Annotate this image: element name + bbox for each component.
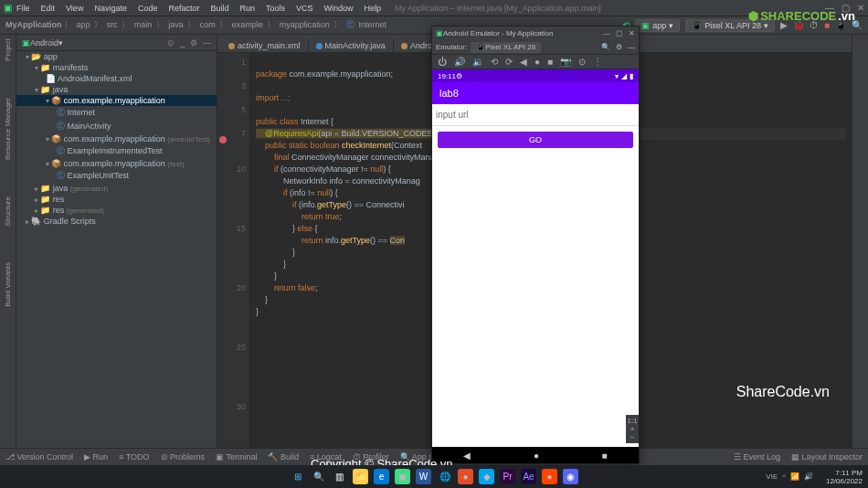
tree-gradle[interactable]: 🐘 Gradle Scripts (16, 216, 217, 227)
tree-settings-icon[interactable]: ⊙ (167, 38, 175, 48)
tray-volume-icon[interactable]: 🔊 (804, 472, 813, 481)
tool-run[interactable]: ▶ Run (84, 452, 108, 461)
menu-help[interactable]: Help (360, 3, 386, 14)
emu-device-selector[interactable]: 📱 Pixel XL API 28 (471, 42, 541, 53)
tree-file-eit[interactable]: ⓒ ExampleInstrumentedTest (16, 144, 217, 158)
tree-pkg-test[interactable]: 📦 com.example.myapplication (test) (16, 158, 217, 169)
tool-project[interactable]: Project (4, 38, 12, 61)
zoom-control[interactable]: 1:1+− (626, 415, 639, 443)
tab-activity-main[interactable]: activity_main.xml (221, 39, 309, 52)
tree-manifests[interactable]: 📁 manifests (16, 62, 217, 73)
search-taskbar-icon[interactable]: 🔍 (311, 469, 326, 484)
breakpoint-gutter[interactable] (217, 53, 228, 448)
tree-collapse-icon[interactable]: ⎯ (180, 38, 185, 48)
menu-view[interactable]: View (61, 3, 88, 14)
tool-structure[interactable]: Structure (4, 196, 12, 226)
emu-home-icon[interactable]: ● (535, 57, 540, 67)
tool-eventlog[interactable]: ☰ Event Log (734, 452, 780, 461)
emulator-window[interactable]: ▣ Android Emulator - My Application —▢✕ … (431, 26, 640, 464)
tree-java-gen[interactable]: 📁 java (generated) (16, 183, 217, 194)
menu-window[interactable]: Window (320, 3, 358, 14)
menu-file[interactable]: File (12, 3, 35, 14)
app-icon-1[interactable]: ● (458, 469, 473, 484)
breakpoint-icon[interactable] (219, 136, 227, 143)
taskview-icon[interactable]: ▥ (332, 469, 347, 484)
emu-screenshot-icon[interactable]: 📷 (560, 57, 571, 67)
menu-navigate[interactable]: Navigate (90, 3, 132, 14)
tool-build[interactable]: 🔨 Build (268, 452, 299, 461)
emu-rotright-icon[interactable]: ⟳ (505, 57, 513, 67)
tree-res[interactable]: 📁 res (16, 194, 217, 205)
url-input[interactable] (436, 110, 635, 120)
nav-back-icon[interactable]: ◀ (463, 451, 471, 461)
tool-problems[interactable]: ⊘ Problems (161, 452, 206, 461)
tray-chevron-icon[interactable]: ^ (782, 472, 786, 481)
tab-mainactivity[interactable]: MainActivity.java (309, 39, 394, 52)
tree-pkg-androidtest[interactable]: 📦 com.example.myapplication (androidTest… (16, 133, 217, 144)
tool-layout-inspector[interactable]: ▦ Layout Inspector (791, 452, 863, 461)
emu-voldown-icon[interactable]: 🔉 (472, 57, 483, 67)
close-icon[interactable]: ✕ (857, 3, 864, 13)
tree-file-eut[interactable]: ⓒ ExampleUnitTest (16, 169, 217, 183)
menu-edit[interactable]: Edit (37, 3, 60, 14)
emu-power-icon[interactable]: ⏻ (438, 57, 447, 67)
menu-vcs[interactable]: VCS (291, 3, 318, 14)
emu-overview-icon[interactable]: ■ (547, 57, 553, 67)
taskbar-clock[interactable]: 7:11 PM12/06/2022 (826, 469, 863, 485)
tool-build-variants[interactable]: Build Variants (4, 262, 12, 307)
nav-overview-icon[interactable]: ■ (602, 451, 608, 461)
tray-lang[interactable]: VIE (766, 472, 778, 481)
go-button[interactable]: GO (438, 132, 633, 148)
tool-resource-manager[interactable]: Resource Manager (4, 98, 12, 160)
nav-home-icon[interactable]: ● (534, 451, 539, 461)
emu-min-icon[interactable]: — (603, 29, 610, 37)
run-config-selector[interactable]: ▣app ▾ (635, 19, 680, 32)
tree-app[interactable]: 📂 app (16, 51, 217, 62)
tree-file-mainactivity[interactable]: ⓒ MainActivity (16, 120, 217, 133)
tree-pkg-main[interactable]: 📦 com.example.myapplication (16, 95, 217, 106)
windows-taskbar[interactable]: ⊞ 🔍 ▥ 📁 e ▣ W 🌐 ● ◆ Pr Ae ● ◉ VIE ^ 📶 🔊 … (0, 465, 868, 488)
tree-java[interactable]: 📁 java (16, 84, 217, 95)
tree-header[interactable]: ▣ Android ▾ ⊙⎯⚙— (16, 35, 217, 51)
menu-tools[interactable]: Tools (261, 3, 290, 14)
menu-refactor[interactable]: Refactor (164, 3, 204, 14)
menu-code[interactable]: Code (133, 3, 163, 14)
emu-rotleft-icon[interactable]: ⟲ (491, 57, 498, 67)
url-input-row[interactable] (432, 104, 639, 126)
app-icon-2[interactable]: ◆ (479, 469, 494, 484)
menu-build[interactable]: Build (206, 3, 233, 14)
discord-icon[interactable]: ◉ (563, 469, 578, 484)
emu-hide-icon[interactable]: — (628, 43, 635, 51)
tree-gear-icon[interactable]: ⚙ (190, 38, 197, 48)
emu-max-icon[interactable]: ▢ (616, 29, 623, 37)
project-tree[interactable]: ▣ Android ▾ ⊙⎯⚙— 📂 app 📁 manifests 📄 And… (16, 35, 217, 448)
tree-hide-icon[interactable]: — (203, 38, 211, 48)
system-tray[interactable]: VIE ^ 📶 🔊 (766, 472, 813, 481)
emulator-titlebar[interactable]: ▣ Android Emulator - My Application —▢✕ (432, 27, 639, 40)
menu-run[interactable]: Run (235, 3, 259, 14)
emu-record-icon[interactable]: ⊙ (578, 57, 586, 67)
emu-volup-icon[interactable]: 🔊 (454, 57, 465, 67)
tool-vcs[interactable]: ⎇ Version Control (5, 452, 73, 461)
tray-wifi-icon[interactable]: 📶 (790, 472, 799, 481)
emu-back-icon[interactable]: ◀ (520, 57, 527, 67)
tree-file-internet[interactable]: ⓒ Internet (16, 106, 217, 120)
emu-zoom-icon[interactable]: 🔍 (601, 43, 610, 51)
emu-more-icon[interactable]: ⋮ (593, 57, 602, 67)
androidstudio-icon[interactable]: ▣ (395, 469, 410, 484)
chrome-icon[interactable]: 🌐 (437, 469, 452, 484)
word-icon[interactable]: W (416, 469, 431, 484)
tree-res-gen[interactable]: 📁 res (generated) (16, 205, 217, 216)
tree-manifest-file[interactable]: 📄 AndroidManifest.xml (16, 73, 217, 84)
breadcrumb[interactable]: MyApplication 〉 app 〉 src 〉 main 〉 java … (5, 19, 388, 31)
aftereffects-icon[interactable]: Ae (521, 469, 536, 484)
explorer-icon[interactable]: 📁 (353, 469, 368, 484)
start-icon[interactable]: ⊞ (290, 469, 305, 484)
tool-todo[interactable]: ≡ TODO (119, 452, 149, 461)
emu-gear-icon[interactable]: ⚙ (616, 43, 622, 51)
app-icon-3[interactable]: ● (542, 469, 557, 484)
edge-icon[interactable]: e (374, 469, 389, 484)
phone-screen[interactable]: 19:11 ⚙ ▾◢▮ lab8 GO 1:1+− ◀ ● ■ (432, 69, 639, 463)
premiere-icon[interactable]: Pr (500, 469, 515, 484)
tool-terminal[interactable]: ▣ Terminal (216, 452, 257, 461)
